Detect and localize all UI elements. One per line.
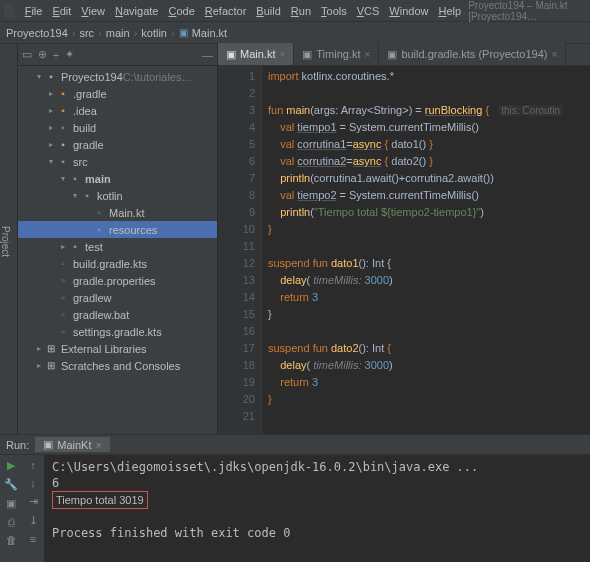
filter-icon[interactable]: ≡ (30, 533, 36, 545)
tree-item[interactable]: ▾▪src (18, 153, 217, 170)
print-icon[interactable]: ⎙ (8, 516, 15, 528)
tree-item[interactable]: ▫Main.kt (18, 204, 217, 221)
tree-item[interactable]: ▫gradle.properties (18, 272, 217, 289)
editor-tabs: ▣Main.kt×▣Timing.kt×▣build.gradle.kts (P… (218, 44, 590, 66)
debug-icon[interactable]: ▣ (6, 497, 16, 510)
tree-label: Main.kt (109, 207, 144, 219)
menu-run[interactable]: Run (286, 4, 316, 18)
project-pane: ▭ ⊕ ÷ ✦ — ▾▪Proyecto194 C:\tutoriales…▸▪… (18, 44, 218, 434)
tree-item[interactable]: ▸▪.idea (18, 102, 217, 119)
close-icon[interactable]: × (279, 49, 285, 60)
menu-refactor[interactable]: Refactor (200, 4, 252, 18)
close-icon[interactable]: × (365, 49, 371, 60)
menu-build[interactable]: Build (251, 4, 285, 18)
crumb[interactable]: Proyecto194 (6, 27, 68, 39)
tree-item[interactable]: ▸▪.gradle (18, 85, 217, 102)
file-icon: ▣ (226, 48, 236, 61)
chevron-icon[interactable]: ▾ (58, 174, 68, 183)
tree-item[interactable]: ▫gradlew (18, 289, 217, 306)
chevron-icon[interactable]: ▸ (46, 140, 56, 149)
wrench-icon[interactable]: 🔧 (4, 478, 18, 491)
target-icon[interactable]: ⊕ (38, 48, 47, 61)
tree-label: Scratches and Consoles (61, 360, 180, 372)
editor: ▣Main.kt×▣Timing.kt×▣build.gradle.kts (P… (218, 44, 590, 434)
editor-tab[interactable]: ▣build.gradle.kts (Proyecto194)× (379, 43, 566, 65)
hide-icon[interactable]: — (202, 49, 213, 61)
tree-label: gradle (73, 139, 104, 151)
chevron-icon[interactable]: ▸ (58, 242, 68, 251)
expand-icon[interactable]: ÷ (53, 49, 59, 61)
editor-tab[interactable]: ▣Main.kt× (218, 43, 294, 65)
soft-wrap-icon[interactable]: ⇥ (29, 495, 38, 508)
project-tree[interactable]: ▾▪Proyecto194 C:\tutoriales…▸▪.gradle▸▪.… (18, 66, 217, 434)
tree-item[interactable]: ▫gradlew.bat (18, 306, 217, 323)
chevron-icon[interactable]: ▾ (46, 157, 56, 166)
folder-icon: ▪ (44, 71, 58, 82)
scroll-end-icon[interactable]: ⤓ (29, 514, 38, 527)
gear-icon[interactable]: ✦ (65, 48, 74, 61)
tree-item[interactable]: ▸▪test (18, 238, 217, 255)
up-icon[interactable]: ↑ (30, 459, 36, 471)
rerun-icon[interactable]: ▶ (7, 459, 15, 472)
menu-vcs[interactable]: VCS (352, 4, 385, 18)
chevron-icon[interactable]: ▸ (34, 344, 44, 353)
menu-window[interactable]: Window (384, 4, 433, 18)
collapse-icon[interactable]: ▭ (22, 48, 32, 61)
tree-item[interactable]: ▸▪gradle (18, 136, 217, 153)
tree-item[interactable]: ▾▪main (18, 170, 217, 187)
editor-tab[interactable]: ▣Timing.kt× (294, 43, 379, 65)
tree-item[interactable]: ▫settings.gradle.kts (18, 323, 217, 340)
menu-tools[interactable]: Tools (316, 4, 352, 18)
folder-b-icon: ▪ (92, 224, 106, 235)
chevron-icon[interactable]: ▾ (70, 191, 80, 200)
run-toolbar: ▶ 🔧 ▣ ⎙ 🗑 ↑ ↓ ⇥ ⤓ ≡ (0, 455, 44, 562)
tree-item[interactable]: ▪resources (18, 221, 217, 238)
down-icon[interactable]: ↓ (30, 477, 36, 489)
project-toolbar: ▭ ⊕ ÷ ✦ — (18, 44, 217, 66)
folder-b-icon: ▪ (68, 173, 82, 184)
chevron-icon[interactable]: ▸ (34, 361, 44, 370)
folder-b-icon: ▪ (68, 241, 82, 252)
chevron-icon[interactable]: ▾ (34, 72, 44, 81)
chevron-icon[interactable]: ▸ (46, 89, 56, 98)
tree-item[interactable]: ▾▪kotlin (18, 187, 217, 204)
crumb[interactable]: main (106, 27, 130, 39)
menu-edit[interactable]: Edit (47, 4, 76, 18)
file-kt-icon: ▫ (92, 207, 106, 218)
file-g-icon: ▫ (56, 309, 70, 320)
tree-label: settings.gradle.kts (73, 326, 162, 338)
tree-label: test (85, 241, 103, 253)
menu-navigate[interactable]: Navigate (110, 4, 163, 18)
tree-item[interactable]: ▾▪Proyecto194 C:\tutoriales… (18, 68, 217, 85)
run-config-tab[interactable]: ▣ MainKt × (35, 437, 110, 452)
chevron-icon[interactable]: ▸ (46, 106, 56, 115)
gutter[interactable]: 123▶45↪6↪78910111213↪1415161718↪192021 (218, 66, 262, 434)
crumb[interactable]: kotlin (141, 27, 167, 39)
tree-item[interactable]: ▫build.gradle.kts (18, 255, 217, 272)
run-output[interactable]: C:\Users\diegomoisset\.jdks\openjdk-16.0… (44, 455, 590, 562)
tree-label: main (85, 173, 111, 185)
menu-file[interactable]: File (20, 4, 48, 18)
tree-label: External Libraries (61, 343, 147, 355)
tree-label: .idea (73, 105, 97, 117)
project-tool-tab[interactable]: Project (0, 44, 18, 434)
close-icon[interactable]: × (96, 439, 102, 451)
menu-help[interactable]: Help (433, 4, 466, 18)
folder-o-icon: ▪ (56, 88, 70, 99)
trash-icon[interactable]: 🗑 (6, 534, 17, 546)
tree-item[interactable]: ▸⊞External Libraries (18, 340, 217, 357)
close-icon[interactable]: × (552, 49, 558, 60)
menu-view[interactable]: View (76, 4, 110, 18)
crumb[interactable]: src (79, 27, 94, 39)
chevron-icon[interactable]: ▸ (46, 123, 56, 132)
tree-label: gradle.properties (73, 275, 156, 287)
folder-icon: ▪ (56, 139, 70, 150)
file-g-icon: ▫ (56, 292, 70, 303)
tree-item[interactable]: ▸▪build (18, 119, 217, 136)
folder-b-icon: ▪ (56, 156, 70, 167)
crumb-file[interactable]: Main.kt (192, 27, 227, 39)
tree-label: build.gradle.kts (73, 258, 147, 270)
tree-item[interactable]: ▸⊞Scratches and Consoles (18, 357, 217, 374)
menu-code[interactable]: Code (163, 4, 199, 18)
code-content[interactable]: import kotlinx.coroutines.*fun main(args… (262, 66, 590, 434)
